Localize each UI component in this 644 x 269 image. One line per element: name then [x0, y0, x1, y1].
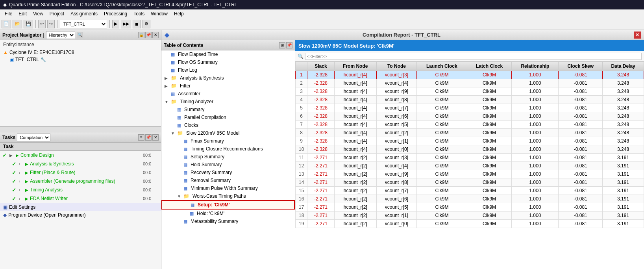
toc-item-hold_summary[interactable]: ▦Hold Summary [161, 161, 295, 169]
timing-expand[interactable]: › [19, 188, 24, 192]
pin-btn[interactable]: 📌 [145, 32, 152, 38]
table-row[interactable]: 15-2.271hcount_r[2]vcount_r[7]Clk9MClk9M… [296, 187, 644, 195]
toc-item-hold_clk9m[interactable]: ▦Hold: 'Clk9M' [161, 210, 295, 217]
table-row[interactable]: 3-2.328hcount_r[4]vcount_r[9]Clk9MClk9M1… [296, 87, 644, 96]
toc-item-summary[interactable]: ▦Summary [161, 106, 295, 113]
toc-expand-btn[interactable]: ⊞ [279, 42, 285, 48]
tasks-dropdown[interactable]: Compilation [17, 134, 50, 141]
table-row[interactable]: 12-2.271hcount_r[2]vcount_r[4]Clk9MClk9M… [296, 162, 644, 170]
close-navigator-btn[interactable]: ✕ [152, 32, 159, 38]
toc-item-analysis_synthesis[interactable]: ▶📁Analysis & Synthesis [161, 74, 295, 82]
table-row[interactable]: 11-2.271hcount_r[2]vcount_r[3]Clk9MClk9M… [296, 154, 644, 162]
toc-item-min_pulse[interactable]: ▦Minimum Pulse Width Summary [161, 184, 295, 192]
table-row[interactable]: 17-2.271hcount_r[2]vcount_r[5]Clk9MClk9M… [296, 203, 644, 211]
redo-btn[interactable]: ↪ [47, 20, 55, 28]
menu-item-project[interactable]: Project [46, 10, 67, 17]
table-row[interactable]: 9-2.328hcount_r[4]vcount_r[1]Clk9MClk9M1… [296, 137, 644, 145]
menu-item-assignments[interactable]: Assignments [67, 10, 101, 17]
table-row[interactable]: 19-2.271hcount_r[2]vcount_r[0]Clk9MClk9M… [296, 220, 644, 228]
task-row-eda[interactable]: ✓ › ▶ EDA Netlist Writer 00:0 [0, 194, 161, 203]
fitter-play[interactable]: ▶ [25, 171, 28, 175]
task-close-btn[interactable]: ✕ [152, 134, 159, 141]
toc-item-setup_summary[interactable]: ▦Setup Summary [161, 153, 295, 161]
eda-play[interactable]: ▶ [25, 197, 28, 201]
task-list-btn[interactable]: ≡ [138, 134, 144, 141]
search-btn[interactable]: 🔍 [77, 32, 83, 38]
table-row[interactable]: 8-2.328hcount_r[4]vcount_r[2]Clk9MClk9M1… [296, 129, 644, 137]
navigator-scrollbar-h[interactable] [0, 126, 161, 132]
assembler-expand[interactable]: › [19, 179, 24, 184]
compile-btn[interactable]: ▶ [112, 20, 119, 28]
project-dropdown[interactable]: TFT_CTRL [60, 20, 107, 28]
toc-item-flow_os[interactable]: ▦Flow OS Summary [161, 58, 295, 66]
toc-item-removal_summary[interactable]: ▦Removal Summary [161, 176, 295, 184]
toc-expand-fitter[interactable]: ▶ [165, 84, 169, 88]
task-pin-btn[interactable]: 📌 [145, 134, 152, 141]
table-row[interactable]: 4-2.328hcount_r[4]vcount_r[8]Clk9MClk9M1… [296, 96, 644, 104]
eda-expand[interactable]: › [19, 197, 24, 201]
toc-item-clocks[interactable]: ▦Clocks [161, 121, 295, 129]
tft-ctrl-item[interactable]: ▣ TFT_CTRL 🔧 [0, 56, 161, 63]
save-btn[interactable]: 💾 [24, 20, 33, 28]
toc-item-setup_clk9m[interactable]: ▦Setup: 'Clk9M' [161, 200, 295, 210]
menu-item-file[interactable]: File [2, 10, 15, 17]
toc-item-fmax_summary[interactable]: ▦Fmax Summary [161, 137, 295, 145]
toc-item-flow_elapsed[interactable]: ▦Flow Elapsed Time [161, 50, 295, 58]
menu-item-help[interactable]: Help [171, 10, 187, 17]
task-row-assembler[interactable]: ✓ › ▶ Assembler (Generate programming fi… [0, 177, 161, 186]
program-device-row[interactable]: ◆ Program Device (Open Programmer) [0, 211, 161, 219]
timing-play[interactable]: ▶ [25, 188, 28, 192]
data-table[interactable]: SlackFrom NodeTo NodeLaunch ClockLatch C… [295, 61, 644, 269]
toc-expand-timing_analyzer[interactable]: ▼ [165, 100, 169, 104]
table-row[interactable]: 7-2.328hcount_r[4]vcount_r[5]Clk9MClk9M1… [296, 121, 644, 129]
table-row[interactable]: 1-2.328hcount_r[4]vcount_r[3]Clk9MClk9M1… [296, 71, 644, 79]
task-row-fitter[interactable]: ✓ › ▶ Fitter (Place & Route) 00:0 [0, 168, 161, 177]
synthesis-play[interactable]: ▶ [25, 162, 28, 166]
start-btn[interactable]: ▶▶ [121, 20, 131, 28]
close-report-btn[interactable]: ✕ [634, 32, 641, 39]
menu-item-processing[interactable]: Processing [101, 10, 130, 17]
toc-item-recovery_summary[interactable]: ▦Recovery Summary [161, 169, 295, 176]
toc-item-fitter[interactable]: ▶📁Fitter [161, 82, 295, 90]
task-row-synthesis[interactable]: ✓ › ▶ Analysis & Synthesis 00:0 [0, 160, 161, 168]
fitter-expand[interactable]: › [19, 171, 24, 175]
menu-item-window[interactable]: Window [148, 10, 171, 17]
toc-expand-analysis_synthesis[interactable]: ▶ [165, 76, 169, 80]
toc-item-flow_log[interactable]: ▦Flow Log [161, 66, 295, 74]
compile-expand[interactable]: ▶ [9, 153, 14, 158]
stop-btn[interactable]: ⏹ [133, 20, 141, 28]
new-btn[interactable]: 📄 [2, 20, 11, 28]
compile-play[interactable]: ▶ [16, 153, 19, 158]
table-row[interactable]: 10-2.328hcount_r[4]vcount_r[0]Clk9MClk9M… [296, 145, 644, 154]
assembler-play[interactable]: ▶ [25, 179, 28, 184]
task-row-timing[interactable]: ✓ › ▶ Timing Analysis 00:0 [0, 186, 161, 194]
toc-item-worst_case[interactable]: ▼📁Worst-Case Timing Paths [161, 192, 295, 200]
toc-item-timing_closure[interactable]: ▦Timing Closure Recommendations [161, 145, 295, 153]
toc-item-assembler[interactable]: ▦Assembler [161, 90, 295, 98]
toc-item-slow_model[interactable]: ▼📁Slow 1200mV 85C Model [161, 129, 295, 137]
undo-btn[interactable]: ↩ [38, 20, 46, 28]
filter-input[interactable] [305, 53, 642, 60]
menu-item-view[interactable]: View [30, 10, 46, 17]
lock-btn[interactable]: 🔒 [138, 32, 144, 38]
table-row[interactable]: 13-2.271hcount_r[2]vcount_r[9]Clk9MClk9M… [296, 170, 644, 178]
table-row[interactable]: 5-2.328hcount_r[4]vcount_r[7]Clk9MClk9M1… [296, 104, 644, 112]
toc-item-timing_analyzer[interactable]: ▼📁Timing Analyzer [161, 98, 295, 106]
table-row[interactable]: 2-2.328hcount_r[4]vcount_r[4]Clk9MClk9M1… [296, 79, 644, 87]
synthesis-expand[interactable]: › [19, 162, 24, 166]
toc-item-metastability[interactable]: ▦Metastability Summary [161, 217, 295, 225]
table-row[interactable]: 16-2.271hcount_r[2]vcount_r[6]Clk9MClk9M… [296, 195, 644, 203]
table-row[interactable]: 14-2.271hcount_r[2]vcount_r[8]Clk9MClk9M… [296, 178, 644, 187]
table-row[interactable]: 6-2.328hcount_r[4]vcount_r[6]Clk9MClk9M1… [296, 112, 644, 121]
table-row[interactable]: 18-2.271hcount_r[2]vcount_r[1]Clk9MClk9M… [296, 211, 644, 220]
toc-item-parallel_compilation[interactable]: ▦Parallel Compilation [161, 113, 295, 121]
edit-settings-row[interactable]: ▣ Edit Settings [0, 203, 161, 211]
menu-item-tools[interactable]: Tools [130, 10, 148, 17]
task-row-compile[interactable]: ✓ ▶ ▶ Compile Design 00:0 [0, 151, 161, 160]
toc-expand-slow_model[interactable]: ▼ [171, 131, 176, 135]
hierarchy-select[interactable]: Hierarchy [46, 31, 75, 39]
open-btn[interactable]: 📂 [13, 20, 22, 28]
settings-btn[interactable]: ⚙ [142, 20, 150, 28]
toc-pin-btn[interactable]: 📌 [286, 42, 292, 48]
toc-expand-worst_case[interactable]: ▼ [177, 194, 182, 199]
